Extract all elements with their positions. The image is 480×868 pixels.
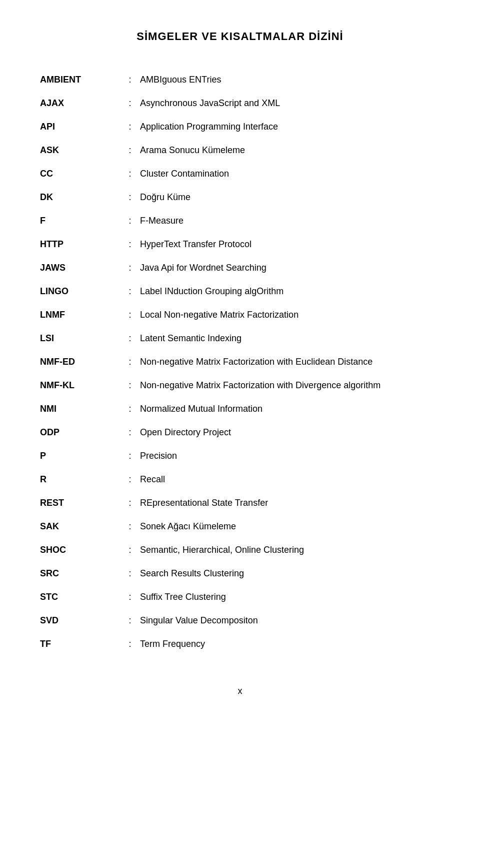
definition: Non-negative Matrix Factorization with D… <box>140 374 440 397</box>
abbreviation: LINGO <box>40 280 120 303</box>
definition: AMBIguous ENTries <box>140 68 440 92</box>
separator: : <box>120 397 140 421</box>
abbreviation: LSI <box>40 327 120 350</box>
table-row: LINGO:Label INduction Grouping algOrithm <box>40 280 440 303</box>
definition: Doğru Küme <box>140 186 440 209</box>
separator: : <box>120 632 140 656</box>
table-row: LSI:Latent Semantic Indexing <box>40 327 440 350</box>
table-row: ODP:Open Directory Project <box>40 421 440 444</box>
definition: Arama Sonucu Kümeleme <box>140 139 440 162</box>
abbreviation: DK <box>40 186 120 209</box>
abbreviation: NMF-KL <box>40 374 120 397</box>
table-row: API:Application Programming Interface <box>40 115 440 139</box>
abbreviation: NMI <box>40 397 120 421</box>
definition: Suffix Tree Clustering <box>140 585 440 609</box>
separator: : <box>120 68 140 92</box>
definition: Term Frequency <box>140 632 440 656</box>
separator: : <box>120 515 140 538</box>
definition: Search Results Clustering <box>140 562 440 585</box>
separator: : <box>120 374 140 397</box>
table-row: NMI:Normalized Mutual Information <box>40 397 440 421</box>
table-row: NMF-KL:Non-negative Matrix Factorization… <box>40 374 440 397</box>
separator: : <box>120 444 140 468</box>
table-row: DK:Doğru Küme <box>40 186 440 209</box>
definition: Precision <box>140 444 440 468</box>
table-row: LNMF:Local Non-negative Matrix Factoriza… <box>40 303 440 327</box>
table-row: TF:Term Frequency <box>40 632 440 656</box>
table-row: P:Precision <box>40 444 440 468</box>
separator: : <box>120 609 140 632</box>
abbreviation: P <box>40 444 120 468</box>
separator: : <box>120 538 140 562</box>
definition: F-Measure <box>140 209 440 233</box>
table-row: AMBIENT:AMBIguous ENTries <box>40 68 440 92</box>
separator: : <box>120 421 140 444</box>
table-row: AJAX:Asynchronous JavaScript and XML <box>40 92 440 115</box>
abbreviation: SAK <box>40 515 120 538</box>
separator: : <box>120 585 140 609</box>
table-row: SRC:Search Results Clustering <box>40 562 440 585</box>
table-row: SVD:Singular Value Decompositon <box>40 609 440 632</box>
separator: : <box>120 115 140 139</box>
table-row: NMF-ED:Non-negative Matrix Factorization… <box>40 350 440 374</box>
definition: Latent Semantic Indexing <box>140 327 440 350</box>
abbreviation: REST <box>40 491 120 515</box>
table-row: SHOC:Semantic, Hierarchical, Online Clus… <box>40 538 440 562</box>
definition: Label INduction Grouping algOrithm <box>140 280 440 303</box>
definition: Recall <box>140 468 440 491</box>
definition: Normalized Mutual Information <box>140 397 440 421</box>
abbreviation: STC <box>40 585 120 609</box>
separator: : <box>120 186 140 209</box>
abbreviation: API <box>40 115 120 139</box>
definition: HyperText Transfer Protocol <box>140 233 440 256</box>
abbreviation: ASK <box>40 139 120 162</box>
abbreviation: SRC <box>40 562 120 585</box>
definition: Non-negative Matrix Factorization with E… <box>140 350 440 374</box>
table-row: R:Recall <box>40 468 440 491</box>
separator: : <box>120 280 140 303</box>
definition: Singular Value Decompositon <box>140 609 440 632</box>
abbreviation: F <box>40 209 120 233</box>
abbreviation: R <box>40 468 120 491</box>
abbreviation: AMBIENT <box>40 68 120 92</box>
separator: : <box>120 327 140 350</box>
table-row: REST:REpresentational State Transfer <box>40 491 440 515</box>
definition: Application Programming Interface <box>140 115 440 139</box>
abbreviation: LNMF <box>40 303 120 327</box>
abbreviation: NMF-ED <box>40 350 120 374</box>
definition: Asynchronous JavaScript and XML <box>140 92 440 115</box>
separator: : <box>120 209 140 233</box>
table-row: F:F-Measure <box>40 209 440 233</box>
separator: : <box>120 562 140 585</box>
table-row: STC:Suffix Tree Clustering <box>40 585 440 609</box>
table-row: JAWS:Java Api for Wordnet Searching <box>40 256 440 280</box>
abbreviation: SVD <box>40 609 120 632</box>
abbreviation: HTTP <box>40 233 120 256</box>
definition: Sonek Ağacı Kümeleme <box>140 515 440 538</box>
table-row: HTTP:HyperText Transfer Protocol <box>40 233 440 256</box>
table-row: CC:Cluster Contamination <box>40 162 440 186</box>
separator: : <box>120 233 140 256</box>
separator: : <box>120 256 140 280</box>
separator: : <box>120 491 140 515</box>
abbreviation: TF <box>40 632 120 656</box>
definition: Open Directory Project <box>140 421 440 444</box>
separator: : <box>120 162 140 186</box>
separator: : <box>120 303 140 327</box>
abbreviation: JAWS <box>40 256 120 280</box>
definition: REpresentational State Transfer <box>140 491 440 515</box>
separator: : <box>120 468 140 491</box>
abbreviation: SHOC <box>40 538 120 562</box>
definition: Semantic, Hierarchical, Online Clusterin… <box>140 538 440 562</box>
abbreviation: AJAX <box>40 92 120 115</box>
page-title: SİMGELER VE KISALTMALAR DİZİNİ <box>40 30 440 43</box>
page-footer: x <box>40 686 440 696</box>
table-row: ASK:Arama Sonucu Kümeleme <box>40 139 440 162</box>
separator: : <box>120 350 140 374</box>
definition: Java Api for Wordnet Searching <box>140 256 440 280</box>
definition: Local Non-negative Matrix Factorization <box>140 303 440 327</box>
separator: : <box>120 92 140 115</box>
definition: Cluster Contamination <box>140 162 440 186</box>
separator: : <box>120 139 140 162</box>
table-row: SAK:Sonek Ağacı Kümeleme <box>40 515 440 538</box>
